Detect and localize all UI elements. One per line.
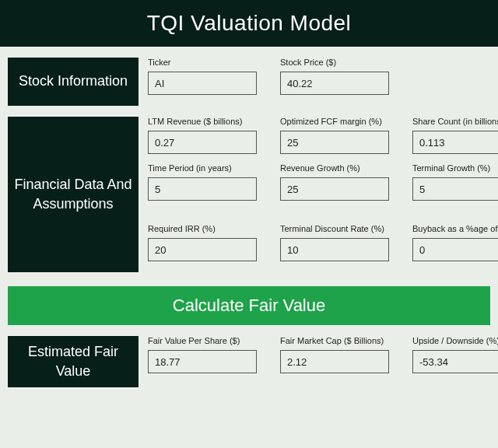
share-count-label: Share Count (in billions) [412,117,498,126]
ticker-input[interactable] [148,72,257,95]
upside-downside-label: Upside / Downside (%) [412,336,498,345]
section-estimated-label: Estimated Fair Value [8,336,139,387]
section-stock-label: Stock Information [8,58,139,106]
buyback-input[interactable] [412,238,498,261]
time-period-label: Time Period (in years) [148,163,257,173]
section-financial-label: Financial Data And Assumptions [8,117,139,272]
revenue-growth-input[interactable] [280,177,389,201]
terminal-growth-input[interactable] [412,177,498,201]
stock-price-label: Stock Price ($) [280,58,389,67]
fcf-margin-input[interactable] [280,131,389,154]
ltm-revenue-label: LTM Revenue ($ billions) [148,117,257,126]
ticker-label: Ticker [148,58,257,67]
fair-market-cap-label: Fair Market Cap ($ Billions) [280,336,389,345]
section-stock-info: Stock Information Ticker Stock Price ($) [0,58,498,106]
page-title: TQI Valuation Model [0,0,498,47]
time-period-input[interactable] [148,177,257,201]
fvps-input[interactable] [148,350,257,373]
fvps-label: Fair Value Per Share ($) [148,336,257,345]
terminal-growth-label: Terminal Growth (%) [412,163,498,173]
required-irr-label: Required IRR (%) [148,224,257,233]
upside-downside-input[interactable] [412,350,498,373]
calculate-button[interactable]: Calculate Fair Value [8,286,490,325]
section-financial-data: Financial Data And Assumptions LTM Reven… [0,117,498,272]
fair-market-cap-input[interactable] [280,350,389,373]
section-estimated-fair-value: Estimated Fair Value Fair Value Per Shar… [0,336,498,387]
revenue-growth-label: Revenue Growth (%) [280,163,389,173]
fcf-margin-label: Optimized FCF margin (%) [280,117,389,126]
share-count-input[interactable] [412,131,498,154]
stock-price-input[interactable] [280,72,389,95]
terminal-discount-input[interactable] [280,238,389,261]
required-irr-input[interactable] [148,238,257,261]
buyback-label: Buyback as a %age of FCF [412,224,498,233]
ltm-revenue-input[interactable] [148,131,257,154]
terminal-discount-label: Terminal Discount Rate (%) [280,224,389,233]
